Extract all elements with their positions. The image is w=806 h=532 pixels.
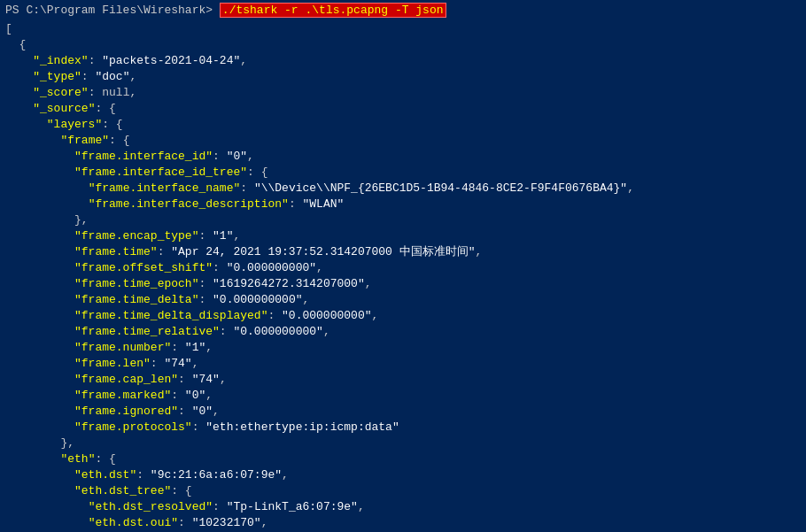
line-1: [ { "_index": "packets-2021-04-24", "_ty…	[5, 22, 634, 532]
terminal-output: [ { "_index": "packets-2021-04-24", "_ty…	[0, 21, 806, 532]
terminal-window: PS C:\Program Files\Wireshark> ./tshark …	[0, 0, 806, 532]
title-text: PS C:\Program Files\Wireshark>	[5, 4, 213, 17]
command-highlight: ./tshark -r .\tls.pcapng -T json	[220, 3, 446, 18]
title-bar: PS C:\Program Files\Wireshark> ./tshark …	[0, 0, 806, 21]
